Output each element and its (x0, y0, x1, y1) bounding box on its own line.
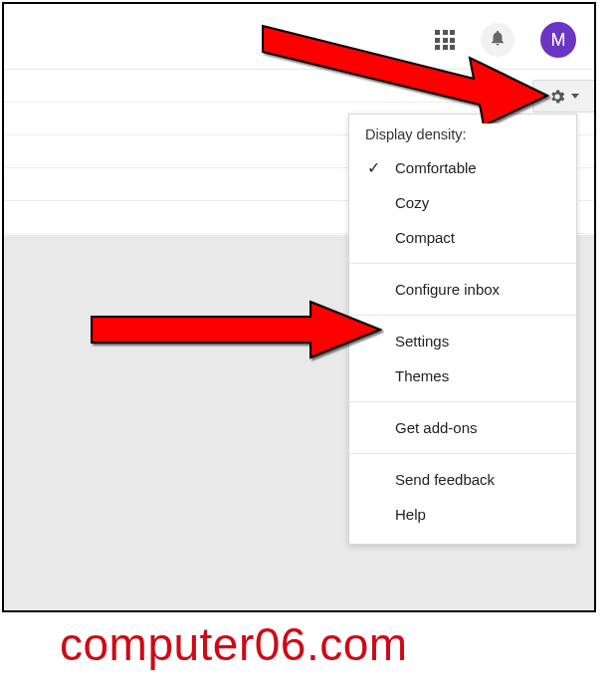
menu-divider (349, 263, 576, 264)
menu-section-header: Display density: (349, 115, 576, 150)
notifications-button[interactable] (481, 23, 514, 57)
watermark-text: computer06.com (60, 617, 408, 671)
bell-icon (489, 29, 507, 51)
settings-dropdown-button[interactable] (532, 80, 594, 113)
menu-item-send-feedback[interactable]: Send feedback (349, 462, 576, 497)
list-item[interactable] (4, 70, 594, 103)
top-bar: M (4, 4, 594, 70)
apps-launcher-icon[interactable] (435, 30, 455, 50)
menu-divider (349, 453, 576, 454)
menu-item-cozy[interactable]: Cozy (349, 185, 576, 220)
account-avatar[interactable]: M (540, 22, 576, 58)
menu-item-label: Comfortable (395, 159, 477, 176)
menu-item-configure-inbox[interactable]: Configure inbox (349, 272, 576, 307)
menu-item-label: Get add-ons (395, 419, 478, 436)
menu-item-label: Help (395, 506, 426, 523)
menu-item-comfortable[interactable]: ✓ Comfortable (349, 150, 576, 185)
check-icon: ✓ (367, 158, 380, 177)
top-bar-actions: M (435, 22, 576, 58)
chevron-down-icon (571, 94, 579, 99)
menu-divider (349, 315, 576, 316)
menu-item-label: Cozy (395, 194, 429, 211)
menu-item-help[interactable]: Help (349, 497, 576, 532)
menu-item-themes[interactable]: Themes (349, 358, 576, 393)
menu-item-get-addons[interactable]: Get add-ons (349, 410, 576, 445)
menu-item-label: Settings (395, 333, 449, 349)
menu-divider (349, 401, 576, 402)
menu-item-compact[interactable]: Compact (349, 220, 576, 255)
menu-item-label: Configure inbox (395, 281, 500, 298)
gear-icon (548, 88, 566, 106)
menu-item-label: Send feedback (395, 471, 495, 488)
avatar-initial: M (551, 30, 566, 51)
menu-item-label: Compact (395, 229, 455, 246)
menu-item-label: Themes (395, 367, 449, 384)
menu-item-settings[interactable]: Settings (349, 324, 576, 358)
app-frame: M Display density: ✓ Comfortable Cozy Co… (2, 2, 596, 612)
settings-dropdown-menu: Display density: ✓ Comfortable Cozy Comp… (348, 114, 577, 545)
